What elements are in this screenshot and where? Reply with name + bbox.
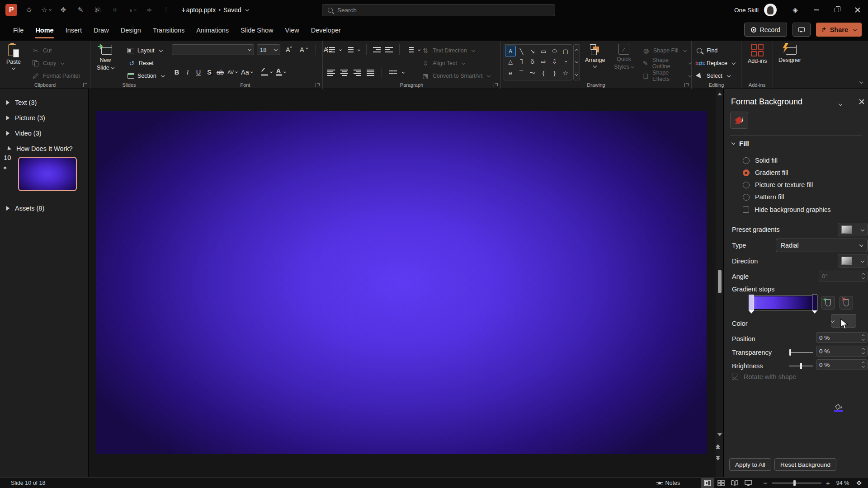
shape-outline-button[interactable]: ✎ Shape Outline [642,58,691,69]
decrease-indent-button[interactable] [373,47,381,53]
hide-background-checkbox[interactable]: Hide background graphics [743,205,830,215]
share-button[interactable]: ↱ Share [816,23,862,37]
position-spin-arrows[interactable] [862,335,864,340]
shape-fill-button[interactable]: ◍ Shape Fill [642,45,686,56]
powerpoint-logo-icon[interactable]: P [5,4,17,16]
shrink-font-button[interactable]: A [298,44,309,55]
scrollbar-thumb[interactable] [718,270,722,293]
columns-chevron-icon[interactable] [402,71,405,74]
direction-dropdown[interactable] [838,254,868,267]
bold-button[interactable]: B [172,67,182,78]
add-gradient-stop-button[interactable]: + [821,296,835,310]
shape-rectangle[interactable]: ▭ [538,46,549,56]
record-button[interactable]: Record [744,23,787,37]
option-gradient-fill[interactable]: Gradient fill [743,168,788,178]
shape-star[interactable]: ☆ [560,67,571,79]
gradient-stop-1[interactable] [749,295,754,311]
shape-triangle[interactable]: △ [505,56,516,67]
find-button[interactable]: Find [695,45,717,56]
shape-text-box[interactable]: A [505,46,516,56]
notes-button[interactable]: Notes [652,478,685,488]
shape-partial-circle[interactable]: ◔ [560,56,571,67]
clipboard-dialog-launcher-icon[interactable] [83,83,88,87]
option-solid-fill[interactable]: Solid fill [743,155,778,165]
tab-developer[interactable]: Developer [305,20,347,41]
align-text-button[interactable]: ⇳ Align Text [421,58,465,69]
section-video[interactable]: Video (3) [6,128,42,139]
numbering-button[interactable] [346,47,354,53]
panel-collapse-icon[interactable] [837,100,842,108]
font-dialog-launcher-icon[interactable] [316,83,320,87]
line-spacing-button[interactable] [406,47,414,53]
slide-panel-icon[interactable]: ⎘ [92,5,103,15]
apply-to-all-button[interactable]: Apply to All [729,458,771,471]
section-text[interactable]: Text (3) [6,97,37,108]
slide-sorter-view-button[interactable] [714,478,728,488]
tab-home[interactable]: Home [29,20,59,41]
format-painter-qat-icon[interactable]: ✎ [75,5,86,15]
crop-icon[interactable]: ⌗ [109,5,120,15]
transparency-spinner[interactable]: 0 % [816,346,868,357]
bullets-button[interactable] [327,47,335,53]
fill-tab-button[interactable] [730,112,748,129]
copy-button[interactable]: Copy [32,58,64,69]
gallery-scroll-up-icon[interactable] [575,49,578,52]
minimize-button[interactable] [806,0,826,20]
change-case-button[interactable]: Aa [240,67,254,78]
reading-view-button[interactable] [728,478,741,488]
move-icon[interactable]: ✥ [58,5,69,15]
section-assets[interactable]: Assets (8) [6,203,44,214]
brightness-spinner[interactable]: 0 % [816,359,868,370]
slide-10-thumbnail[interactable] [18,157,77,191]
replace-button[interactable]: b⇄c Replace [695,58,735,69]
align-left-button[interactable] [327,69,335,75]
gallery-more-icon[interactable] [575,72,579,76]
rotate-with-shape-checkbox[interactable]: Rotate with shape [732,372,796,382]
paragraph-dialog-launcher-icon[interactable] [494,83,498,87]
grow-font-button[interactable]: A^ [284,44,294,55]
option-picture-fill[interactable]: Picture or texture fill [743,180,813,190]
canvas-vertical-scrollbar[interactable] [716,89,724,477]
angle-spinner[interactable]: 0° [819,271,868,282]
tab-file[interactable]: File [7,20,29,41]
tab-insert[interactable]: Insert [60,20,88,41]
drawing-dialog-launcher-icon[interactable] [684,83,689,87]
fit-slide-to-window-button[interactable]: ✥ [856,479,862,487]
color-button[interactable] [831,404,846,488]
font-color-button[interactable]: A [274,67,287,78]
gradient-stop-2[interactable] [812,295,817,311]
text-direction-button[interactable]: ⇅ Text Direction [421,45,475,56]
brightness-slider-handle[interactable] [800,363,802,369]
designer-button[interactable]: Designer [778,44,801,63]
justify-button[interactable] [367,69,374,75]
numbering-chevron-icon[interactable] [358,48,360,51]
fill-section-header[interactable]: Fill [732,140,749,147]
tab-transitions[interactable]: Transitions [147,20,190,41]
tab-draw[interactable]: Draw [88,20,115,41]
tab-animations[interactable]: Animations [190,20,235,41]
tab-design[interactable]: Design [115,20,147,41]
user-name[interactable]: One Skill [734,7,759,14]
transparency-slider-handle[interactable] [789,349,791,356]
remove-gradient-stop-button[interactable]: ✕ [840,296,853,310]
gallery-scroll-down-icon[interactable] [575,60,578,63]
bullets-chevron-icon[interactable] [339,48,342,51]
scroll-down-icon[interactable] [716,433,724,436]
reset-button[interactable]: ↺ Reset [127,58,154,69]
premium-gem-icon[interactable]: ◈ [785,0,806,20]
shape-fill-qat-icon[interactable]: ◑ [127,5,137,15]
align-right-button[interactable] [354,69,361,75]
reset-background-button[interactable]: Reset Background [774,458,836,471]
next-slide-icon[interactable] [716,456,724,460]
previous-slide-icon[interactable] [716,444,724,449]
increase-indent-button[interactable] [385,47,393,53]
shape-arc[interactable]: ⌒ [516,67,527,79]
distribute-icon[interactable]: ᛚ [161,5,172,15]
align-center-button[interactable] [340,69,348,75]
line-spacing-chevron-icon[interactable] [418,48,420,51]
addins-button[interactable]: Add-ins [748,44,767,64]
normal-view-button[interactable] [701,478,714,488]
shape-arrow-right[interactable]: ⇨ [538,56,549,67]
preset-gradients-dropdown[interactable] [838,223,868,236]
scroll-up-icon[interactable] [716,93,724,95]
